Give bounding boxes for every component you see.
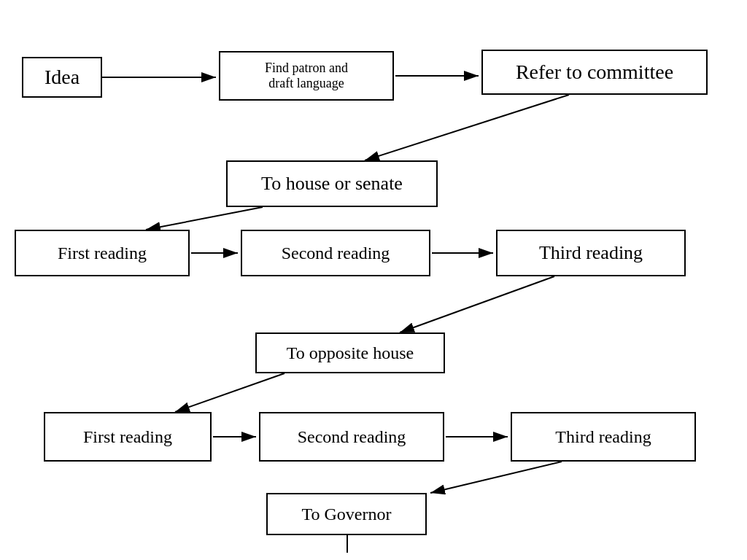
svg-line-7	[400, 276, 554, 332]
find-patron-label: Find patron anddraft language	[265, 61, 348, 91]
third-reading-2-label: Third reading	[555, 427, 651, 447]
idea-label: Idea	[44, 66, 80, 89]
svg-line-8	[175, 373, 285, 412]
svg-line-3	[365, 95, 569, 160]
to-opposite-label: To opposite house	[287, 343, 414, 363]
to-house-box: To house or senate	[226, 160, 438, 207]
second-reading-2-label: Second reading	[298, 427, 406, 447]
governor-box: To Governor	[266, 493, 427, 535]
third-reading-1-box: Third reading	[496, 230, 686, 276]
svg-line-4	[146, 207, 263, 230]
first-reading-1-box: First reading	[15, 230, 190, 276]
governor-label: To Governor	[302, 505, 392, 524]
first-reading-2-box: First reading	[44, 412, 212, 462]
first-reading-2-label: First reading	[83, 427, 172, 447]
third-reading-2-box: Third reading	[511, 412, 696, 462]
third-reading-1-label: Third reading	[539, 242, 643, 264]
second-reading-1-box: Second reading	[241, 230, 430, 276]
refer-committee-box: Refer to committee	[481, 50, 708, 95]
second-reading-2-box: Second reading	[259, 412, 444, 462]
refer-committee-label: Refer to committee	[516, 61, 673, 84]
flowchart-diagram: Idea Find patron anddraft language Refer…	[0, 0, 747, 560]
to-opposite-box: To opposite house	[255, 332, 445, 373]
svg-line-11	[430, 462, 562, 493]
find-patron-box: Find patron anddraft language	[219, 51, 394, 101]
to-house-label: To house or senate	[261, 173, 403, 195]
first-reading-1-label: First reading	[58, 244, 147, 263]
second-reading-1-label: Second reading	[282, 244, 390, 263]
idea-box: Idea	[22, 57, 102, 98]
